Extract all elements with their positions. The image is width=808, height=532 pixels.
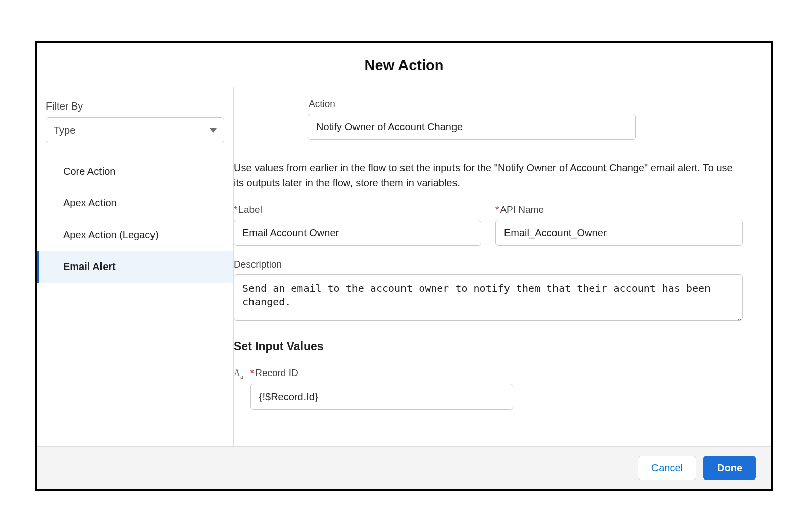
api-name-input[interactable] (495, 220, 743, 246)
filter-type-value: Type (54, 125, 75, 136)
text-type-icon: Aa (234, 367, 243, 380)
sidebar-item-core-action[interactable]: Core Action (37, 155, 233, 187)
dialog-new-action: New Action Filter By Type Core Action Ap… (35, 41, 773, 491)
set-input-values-heading: Set Input Values (234, 340, 743, 353)
description-label: Description (234, 259, 743, 270)
description-textarea[interactable]: Send an email to the account owner to no… (234, 274, 743, 321)
sidebar: Filter By Type Core Action Apex Action A… (37, 87, 234, 446)
dialog-header: New Action (37, 43, 771, 87)
action-input[interactable] (308, 114, 636, 140)
record-id-input[interactable] (250, 384, 513, 410)
dialog-footer: Cancel Done (37, 446, 771, 489)
label-field-label: *Label (234, 204, 481, 216)
sidebar-item-apex-action-legacy[interactable]: Apex Action (Legacy) (37, 219, 233, 251)
label-input[interactable] (234, 220, 481, 246)
chevron-down-icon (210, 128, 217, 133)
dialog-body: Filter By Type Core Action Apex Action A… (37, 87, 771, 446)
filter-type-select[interactable]: Type (46, 117, 224, 143)
sidebar-item-apex-action[interactable]: Apex Action (37, 187, 233, 219)
helper-text: Use values from earlier in the flow to s… (234, 160, 743, 190)
dialog-title: New Action (37, 57, 771, 74)
sidebar-item-email-alert[interactable]: Email Alert (37, 251, 233, 283)
main-panel: Action Use values from earlier in the fl… (234, 87, 771, 446)
action-label: Action (309, 98, 636, 110)
cancel-button[interactable]: Cancel (638, 456, 696, 480)
api-name-label: *API Name (495, 204, 743, 216)
filter-by-label: Filter By (37, 100, 233, 117)
done-button[interactable]: Done (703, 456, 756, 480)
sidebar-list: Core Action Apex Action Apex Action (Leg… (37, 155, 233, 283)
record-id-label: *Record ID (250, 367, 513, 379)
